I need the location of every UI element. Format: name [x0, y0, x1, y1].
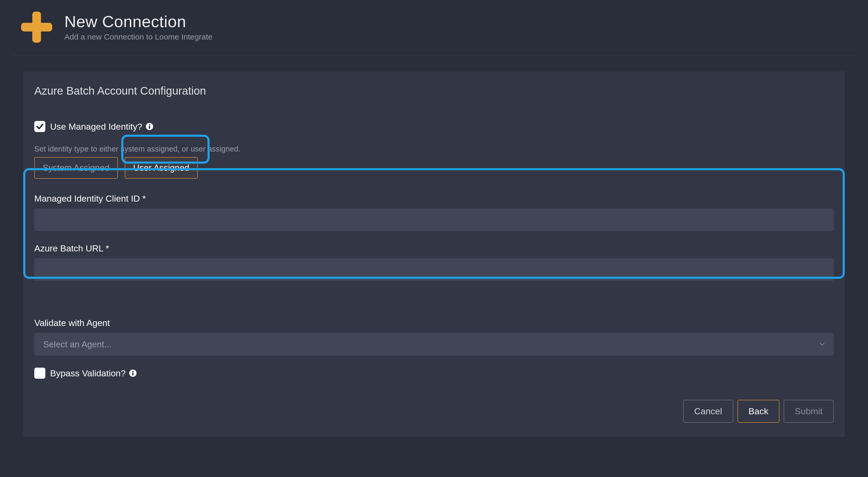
page-header: New Connection Add a new Connection to L…	[0, 0, 868, 55]
batch-url-label: Azure Batch URL *	[34, 243, 834, 254]
page-title: New Connection	[64, 13, 213, 30]
identity-toggle-group: System Assigned User Assigned	[34, 157, 834, 179]
validate-agent-label: Validate with Agent	[34, 318, 834, 328]
user-assigned-button[interactable]: User Assigned	[125, 157, 198, 179]
cancel-button[interactable]: Cancel	[683, 400, 733, 423]
client-id-label: Managed Identity Client ID *	[34, 193, 834, 204]
svg-rect-7	[132, 373, 133, 376]
card-title: Azure Batch Account Configuration	[34, 85, 834, 97]
validate-agent-select[interactable]: Select an Agent...	[34, 333, 834, 355]
batch-url-group: Azure Batch URL *	[34, 243, 834, 281]
system-assigned-button[interactable]: System Assigned	[34, 157, 118, 179]
use-managed-identity-row: Use Managed Identity?	[34, 121, 834, 132]
use-managed-identity-checkbox[interactable]	[34, 121, 45, 132]
bypass-validation-checkbox[interactable]	[34, 368, 45, 379]
client-id-input[interactable]	[34, 209, 834, 231]
header-divider	[13, 55, 855, 56]
highlight-wrap: System Assigned User Assigned Managed Id…	[34, 136, 834, 281]
plus-icon	[21, 11, 52, 43]
bypass-validation-label: Bypass Validation?	[50, 368, 137, 378]
info-icon[interactable]	[129, 369, 137, 377]
form-body: Managed Identity Client ID * Azure Batch…	[34, 179, 834, 281]
validate-section: Validate with Agent Select an Agent... B…	[34, 318, 834, 379]
submit-button[interactable]: Submit	[784, 400, 834, 423]
validate-agent-group: Validate with Agent Select an Agent...	[34, 318, 834, 355]
bypass-validation-row: Bypass Validation?	[34, 368, 834, 379]
svg-point-6	[132, 371, 133, 372]
svg-rect-1	[21, 23, 52, 31]
svg-rect-4	[149, 126, 150, 129]
header-text: New Connection Add a new Connection to L…	[64, 13, 213, 41]
button-row: Cancel Back Submit	[34, 400, 834, 423]
svg-point-3	[149, 124, 150, 125]
config-card: Azure Batch Account Configuration Use Ma…	[23, 71, 845, 437]
page-subtitle: Add a new Connection to Loome Integrate	[64, 32, 213, 41]
use-managed-identity-label: Use Managed Identity?	[50, 122, 153, 132]
back-button[interactable]: Back	[738, 400, 780, 423]
batch-url-input[interactable]	[34, 258, 834, 281]
info-icon[interactable]	[146, 123, 153, 130]
client-id-group: Managed Identity Client ID *	[34, 193, 834, 231]
